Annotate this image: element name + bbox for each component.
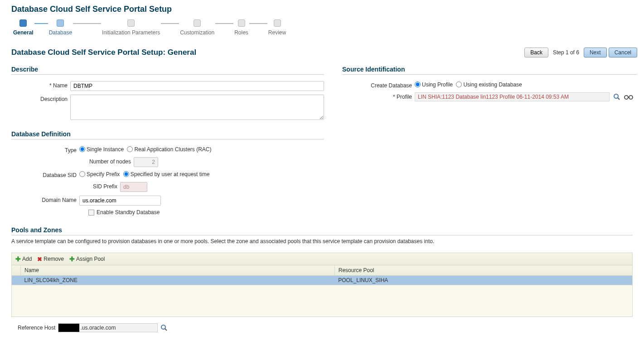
search-icon[interactable] bbox=[160, 324, 168, 331]
profile-label: Profile bbox=[342, 92, 415, 100]
wizard-box-icon bbox=[127, 19, 135, 27]
wizard-box-icon bbox=[274, 19, 281, 27]
remove-button[interactable]: ✖ Remove bbox=[37, 256, 64, 263]
wizard-step-database[interactable]: Database bbox=[49, 19, 72, 36]
standby-label: Enable Standby Database bbox=[97, 209, 160, 216]
svg-point-0 bbox=[614, 94, 618, 98]
wizard-train: General Database Initialization Paramete… bbox=[13, 19, 637, 42]
svg-point-3 bbox=[629, 96, 633, 99]
wizard-box-icon bbox=[194, 19, 201, 27]
reference-host-value: .us.oracle.com bbox=[58, 323, 158, 332]
profile-value: LIN SHIA:1123 Database lin1123 Profile 0… bbox=[415, 92, 610, 101]
next-button[interactable]: Next bbox=[584, 48, 607, 57]
domain-input[interactable] bbox=[79, 196, 161, 206]
radio-user-request[interactable]: Specified by user at request time bbox=[123, 171, 210, 177]
pools-toolbar: ✚ Add ✖ Remove ✚ Assign Pool bbox=[11, 253, 633, 265]
wizard-step-general[interactable]: General bbox=[13, 19, 34, 36]
x-icon: ✖ bbox=[37, 256, 42, 263]
section-pools: Pools and Zones bbox=[11, 226, 633, 235]
section-definition: Database Definition bbox=[11, 130, 324, 139]
table-row[interactable]: LIN_SLC04lkh_ZONE POOL_LINUX_SIHA bbox=[12, 276, 633, 285]
svg-line-6 bbox=[165, 329, 167, 330]
wizard-step-review[interactable]: Review bbox=[268, 19, 286, 36]
train-connector bbox=[215, 23, 233, 24]
train-connector bbox=[73, 23, 101, 24]
train-connector bbox=[161, 23, 179, 24]
sid-label: Database SID bbox=[11, 171, 79, 178]
wizard-box-icon bbox=[19, 19, 27, 27]
col-resource-pool[interactable]: Resource Pool bbox=[334, 265, 632, 276]
domain-label: Domain Name bbox=[11, 196, 79, 203]
glasses-icon[interactable] bbox=[624, 94, 633, 100]
pools-description: A service template can be configured to … bbox=[11, 238, 637, 244]
prefix-label: SID Prefix bbox=[11, 182, 120, 190]
page-title: Database Cloud Self Service Portal Setup bbox=[11, 5, 637, 14]
radio-specify-prefix[interactable]: Specify Prefix bbox=[79, 171, 120, 177]
section-source: Source Identification bbox=[342, 66, 637, 75]
radio-single-instance[interactable]: Single Instance bbox=[79, 146, 124, 153]
nodes-label: Number of nodes bbox=[11, 157, 134, 165]
svg-point-5 bbox=[161, 325, 165, 329]
assign-pool-button[interactable]: ✚ Assign Pool bbox=[69, 255, 105, 263]
description-label: Description bbox=[11, 95, 70, 102]
cell-name: LIN_SLC04lkh_ZONE bbox=[21, 276, 335, 285]
wizard-box-icon bbox=[57, 19, 64, 27]
wizard-step-roles[interactable]: Roles bbox=[234, 19, 248, 36]
step-indicator: Step 1 of 6 bbox=[553, 49, 579, 56]
name-label: Name bbox=[11, 81, 70, 89]
description-input[interactable] bbox=[70, 95, 324, 120]
standby-checkbox[interactable] bbox=[88, 210, 94, 216]
nav-buttons: Back Step 1 of 6 Next Cancel bbox=[524, 48, 637, 57]
col-name[interactable]: Name bbox=[21, 265, 335, 276]
svg-line-1 bbox=[618, 98, 620, 100]
radio-using-profile[interactable]: Using Profile bbox=[415, 81, 453, 88]
wizard-step-customization[interactable]: Customization bbox=[180, 19, 214, 36]
sid-prefix-input bbox=[120, 182, 147, 192]
pools-table: Name Resource Pool LIN_SLC04lkh_ZONE POO… bbox=[11, 265, 633, 285]
plus-icon: ✚ bbox=[15, 255, 21, 263]
train-connector bbox=[34, 23, 48, 24]
svg-point-2 bbox=[625, 96, 628, 99]
train-connector bbox=[249, 23, 267, 24]
search-icon[interactable] bbox=[613, 93, 620, 101]
reference-host-label: Reference Host bbox=[18, 325, 55, 331]
wizard-box-icon bbox=[238, 19, 245, 27]
cell-pool: POOL_LINUX_SIHA bbox=[334, 276, 632, 285]
plus-icon: ✚ bbox=[69, 255, 75, 263]
wizard-step-init-params[interactable]: Initialization Parameters bbox=[102, 19, 160, 36]
col-blank bbox=[12, 265, 21, 276]
type-label: Type bbox=[11, 146, 79, 153]
nodes-input bbox=[134, 157, 158, 167]
add-button[interactable]: ✚ Add bbox=[15, 255, 32, 263]
redacted-icon bbox=[58, 324, 79, 332]
radio-using-existing-db[interactable]: Using existing Database bbox=[456, 81, 522, 88]
back-button[interactable]: Back bbox=[524, 48, 548, 57]
radio-rac[interactable]: Real Application Clusters (RAC) bbox=[127, 146, 211, 153]
table-empty-area bbox=[11, 285, 633, 317]
cancel-button[interactable]: Cancel bbox=[609, 48, 637, 57]
name-input[interactable] bbox=[70, 81, 324, 91]
create-db-label: Create Database bbox=[342, 81, 415, 89]
section-describe: Describe bbox=[11, 66, 324, 75]
content-title: Database Cloud Self Service Portal Setup… bbox=[11, 48, 196, 57]
